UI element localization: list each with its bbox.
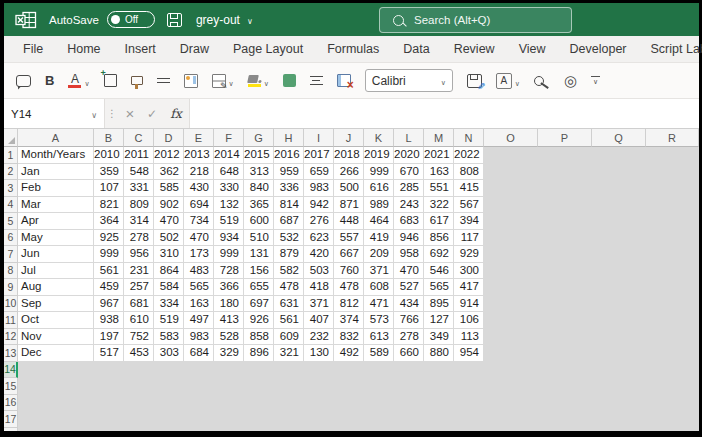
cell-F18[interactable] <box>214 428 244 432</box>
cell-A15[interactable] <box>18 378 94 395</box>
cell-B12[interactable]: 197 <box>94 329 124 346</box>
cell-G10[interactable]: 697 <box>244 296 274 313</box>
cell-G17[interactable] <box>244 411 274 428</box>
cell-B8[interactable]: 561 <box>94 263 124 280</box>
cell-A8[interactable]: Jul <box>18 263 94 280</box>
cell-B3[interactable]: 107 <box>94 180 124 197</box>
column-header-A[interactable]: A <box>18 129 94 147</box>
cell-N6[interactable]: 117 <box>454 230 484 247</box>
cell-O9[interactable] <box>484 279 538 296</box>
cell-C15[interactable] <box>124 378 154 395</box>
cell-R15[interactable] <box>646 378 699 395</box>
cell-H5[interactable]: 687 <box>274 213 304 230</box>
cell-R7[interactable] <box>646 246 699 263</box>
cell-P9[interactable] <box>538 279 592 296</box>
color-swatch-button[interactable] <box>283 74 296 87</box>
cell-O14[interactable] <box>484 362 538 379</box>
tab-draw[interactable]: Draw <box>168 36 221 62</box>
cell-F7[interactable]: 999 <box>214 246 244 263</box>
tab-review[interactable]: Review <box>442 36 507 62</box>
cell-L8[interactable]: 470 <box>394 263 424 280</box>
cell-B13[interactable]: 517 <box>94 345 124 362</box>
column-header-Q[interactable]: Q <box>592 129 646 147</box>
cell-N16[interactable] <box>454 395 484 412</box>
cell-H6[interactable]: 532 <box>274 230 304 247</box>
cell-P14[interactable] <box>538 362 592 379</box>
cell-O7[interactable] <box>484 246 538 263</box>
row-header-5[interactable]: 5 <box>4 213 18 230</box>
cell-C12[interactable]: 752 <box>124 329 154 346</box>
cell-A6[interactable]: May <box>18 230 94 247</box>
cell-L3[interactable]: 285 <box>394 180 424 197</box>
cell-K1[interactable]: 2019 <box>364 147 394 164</box>
cell-F12[interactable]: 528 <box>214 329 244 346</box>
cell-Q6[interactable] <box>592 230 646 247</box>
cell-D12[interactable]: 583 <box>154 329 184 346</box>
cell-D11[interactable]: 519 <box>154 312 184 329</box>
cell-M6[interactable]: 856 <box>424 230 454 247</box>
cell-K16[interactable] <box>364 395 394 412</box>
cell-C10[interactable]: 681 <box>124 296 154 313</box>
cell-N7[interactable]: 929 <box>454 246 484 263</box>
cell-H17[interactable] <box>274 411 304 428</box>
cell-Q10[interactable] <box>592 296 646 313</box>
row-header-10[interactable]: 10 <box>4 296 18 313</box>
cell-O8[interactable] <box>484 263 538 280</box>
name-box[interactable]: Y14 <box>4 99 105 128</box>
cell-B6[interactable]: 925 <box>94 230 124 247</box>
cell-K10[interactable]: 471 <box>364 296 394 313</box>
autosave-toggle[interactable]: Off <box>107 11 155 28</box>
cell-J10[interactable]: 812 <box>334 296 364 313</box>
key-button[interactable] <box>534 76 550 86</box>
cell-B10[interactable]: 967 <box>94 296 124 313</box>
cell-B16[interactable] <box>94 395 124 412</box>
cell-C4[interactable]: 809 <box>124 197 154 214</box>
cell-N10[interactable]: 914 <box>454 296 484 313</box>
cell-L17[interactable] <box>394 411 424 428</box>
cell-A1[interactable]: Month/Years <box>18 147 94 164</box>
cancel-entry-button[interactable] <box>119 99 141 128</box>
cell-K14[interactable] <box>364 362 394 379</box>
cell-E13[interactable]: 684 <box>184 345 214 362</box>
workbook-title[interactable]: grey-out <box>196 13 253 27</box>
cell-Q14[interactable] <box>592 362 646 379</box>
cell-K11[interactable]: 573 <box>364 312 394 329</box>
row-header-8[interactable]: 8 <box>4 263 18 280</box>
cell-N14[interactable] <box>454 362 484 379</box>
row-header-1[interactable]: 1 <box>4 147 18 164</box>
confirm-entry-button[interactable] <box>141 99 163 128</box>
row-header-7[interactable]: 7 <box>4 246 18 263</box>
cell-E14[interactable] <box>184 362 214 379</box>
cell-I6[interactable]: 623 <box>304 230 334 247</box>
cell-K9[interactable]: 608 <box>364 279 394 296</box>
cell-Q12[interactable] <box>592 329 646 346</box>
cell-P2[interactable] <box>538 164 592 181</box>
cell-D1[interactable]: 2012 <box>154 147 184 164</box>
cell-R12[interactable] <box>646 329 699 346</box>
cell-G1[interactable]: 2015 <box>244 147 274 164</box>
column-header-M[interactable]: M <box>424 129 454 147</box>
cell-D14[interactable] <box>154 362 184 379</box>
cell-B2[interactable]: 359 <box>94 164 124 181</box>
cell-B7[interactable]: 999 <box>94 246 124 263</box>
cell-Q17[interactable] <box>592 411 646 428</box>
row-header-17[interactable]: 17 <box>4 411 18 428</box>
row-header-3[interactable]: 3 <box>4 180 18 197</box>
cell-J13[interactable]: 492 <box>334 345 364 362</box>
cell-C5[interactable]: 314 <box>124 213 154 230</box>
tab-developer[interactable]: Developer <box>558 36 639 62</box>
cell-J8[interactable]: 760 <box>334 263 364 280</box>
cell-H10[interactable]: 631 <box>274 296 304 313</box>
cell-G8[interactable]: 156 <box>244 263 274 280</box>
cell-N8[interactable]: 300 <box>454 263 484 280</box>
cell-N3[interactable]: 415 <box>454 180 484 197</box>
cell-O13[interactable] <box>484 345 538 362</box>
insert-function-button[interactable] <box>163 99 189 128</box>
cell-G12[interactable]: 858 <box>244 329 274 346</box>
cell-I1[interactable]: 2017 <box>304 147 334 164</box>
cell-B15[interactable] <box>94 378 124 395</box>
cell-B17[interactable] <box>94 411 124 428</box>
cell-N2[interactable]: 808 <box>454 164 484 181</box>
cell-Q9[interactable] <box>592 279 646 296</box>
cell-A3[interactable]: Feb <box>18 180 94 197</box>
